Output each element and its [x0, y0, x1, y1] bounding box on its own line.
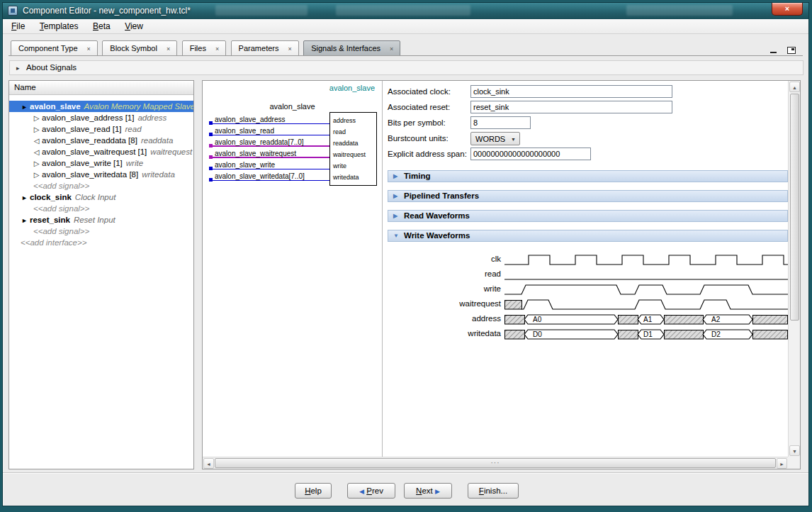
tab-close-icon[interactable]: × [390, 45, 393, 52]
tree-item-avalon-slave-address[interactable]: ▷avalon_slave_address [1]address [9, 112, 193, 123]
scroll-left-icon[interactable]: ◄ [203, 458, 214, 469]
associated-reset-input[interactable] [470, 101, 672, 113]
section-pipelined-transfers[interactable]: ▶ Pipelined Transfers [388, 190, 788, 202]
tree-item-avalon-slave-writedata[interactable]: ▷avalon_slave_writedata [8]writedata [9, 169, 193, 180]
tab-close-icon[interactable]: × [215, 45, 219, 52]
section-timing[interactable]: ▶ Timing [388, 170, 788, 182]
address-waveform: A0 A1 A2 [504, 312, 788, 327]
diagram-box-title: avalon_slave [203, 102, 382, 111]
tree-item-name: <<add signal>> [33, 182, 89, 190]
tree-item-avalon-slave[interactable]: ►avalon_slaveAvalon Memory Mapped Slave [9, 101, 193, 112]
waveform-signal-label: read [388, 269, 501, 278]
tree-item-name: avalon_slave [30, 102, 81, 111]
tab-files[interactable]: Files× [182, 40, 227, 56]
associated-reset-label: Associated reset: [388, 103, 450, 111]
read-waveform [504, 267, 788, 282]
tab-close-icon[interactable]: × [288, 45, 291, 52]
menu-item-templates[interactable]: Templates [34, 19, 84, 34]
grip-dots-icon: ··· [491, 459, 500, 467]
button-label: Help [305, 484, 322, 498]
scroll-up-icon[interactable]: ▲ [789, 82, 800, 92]
finish-button[interactable]: Finish... [468, 483, 519, 499]
bus-value-label: A0 [533, 316, 542, 323]
tree-item-role: write [126, 159, 143, 167]
signal-wire [212, 135, 329, 135]
tree-item-add-signal[interactable]: <<add signal>> [9, 226, 193, 237]
tab-parameters[interactable]: Parameters× [231, 40, 299, 56]
tree-item-add-interface[interactable]: <<add interface>> [9, 237, 193, 248]
write-waveform [504, 282, 788, 297]
menu-item-file[interactable]: File [6, 19, 30, 34]
prev-arrow-icon: ◀ [359, 488, 364, 495]
tree-item-avalon-slave-readdata[interactable]: ◁avalon_slave_readdata [8]readdata [9, 135, 193, 146]
horizontal-scrollbar[interactable]: ◄ ··· ► [203, 457, 788, 469]
bits-per-symbol-label: Bits per symbol: [388, 118, 446, 127]
pane-minimize-icon[interactable] [770, 46, 778, 54]
vertical-scrollbar[interactable]: ▲ ▼ [788, 81, 800, 457]
waveform-signal-label: address [388, 314, 501, 323]
tab-close-icon[interactable]: × [87, 45, 91, 52]
associated-clock-input[interactable] [470, 85, 672, 98]
waitrequest-waveform [504, 297, 788, 312]
tree-item-avalon-slave-read[interactable]: ▷avalon_slave_read [1]read [9, 123, 193, 135]
section-label: Write Waveforms [404, 231, 470, 240]
section-read-waveforms[interactable]: ▶ Read Waveforms [388, 210, 788, 222]
window-title: Component Editor - new_component_hw.tcl* [23, 3, 191, 19]
menu-item-beta[interactable]: Beta [87, 19, 116, 34]
tree-item-name: <<add signal>> [33, 227, 89, 235]
associated-clock-label: Associated clock: [388, 87, 451, 96]
section-label: Pipelined Transfers [404, 191, 479, 200]
tab-component-type[interactable]: Component Type× [11, 40, 98, 56]
diagram-signal-row[interactable]: avalon_slave_write [203, 160, 382, 172]
tree-item-role: Avalon Memory Mapped Slave [84, 102, 193, 111]
pane-float-icon[interactable] [787, 47, 796, 54]
explicit-address-span-input[interactable] [470, 148, 591, 160]
bits-per-symbol-input[interactable] [470, 116, 531, 129]
tree-item-avalon-slave-write[interactable]: ▷avalon_slave_write [1]write [9, 157, 193, 169]
scroll-down-icon[interactable]: ▼ [789, 445, 800, 456]
menu-bar: File Templates Beta View [3, 19, 808, 34]
tab-signals-interfaces[interactable]: Signals & Interfaces× [303, 40, 400, 56]
horizontal-scroll-thumb[interactable]: ··· [215, 458, 776, 468]
tree-item-reset-sink[interactable]: ►reset_sinkReset Input [9, 214, 193, 226]
menu-item-view[interactable]: View [119, 19, 149, 34]
interface-icon: ► [19, 101, 30, 112]
title-bar[interactable]: Component Editor - new_component_hw.tcl*… [3, 3, 808, 19]
tree-item-add-signal[interactable]: <<add signal>> [9, 180, 193, 191]
explicit-address-span-row: Explicit address span: [388, 148, 786, 161]
close-button[interactable]: × [772, 3, 803, 16]
signal-input-icon: ▷ [31, 158, 42, 169]
tree-item-role: address [137, 113, 167, 122]
waveform-row-write: write [382, 282, 788, 297]
burstcount-units-select[interactable]: WORDS ▼ [470, 132, 520, 145]
tab-bar: Component Type× Block Symbol× Files× Par… [11, 40, 402, 56]
help-button[interactable]: Help [295, 483, 332, 499]
aero-glass-artifact [336, 5, 470, 16]
about-signals-bar[interactable]: ▸ About Signals [9, 60, 803, 75]
tree-header-name[interactable]: Name [9, 81, 193, 95]
waveform-row-read: read [382, 267, 788, 282]
button-label: Next [416, 484, 433, 498]
clk-waveform [504, 252, 788, 267]
diagram-signal-row[interactable]: avalon_slave_read [203, 126, 382, 138]
bus-value-label: D1 [643, 330, 653, 338]
waveform-row-clk: clk [382, 252, 788, 267]
tree-item-avalon-slave-waitrequest[interactable]: ◁avalon_slave_waitrequest [1]waitrequest [9, 146, 193, 157]
tab-close-icon[interactable]: × [167, 45, 170, 52]
tab-block-symbol[interactable]: Block Symbol× [102, 40, 177, 56]
next-arrow-icon: ▶ [435, 488, 440, 495]
prev-button[interactable]: ◀ Prev [347, 483, 395, 499]
section-write-waveforms[interactable]: ▼ Write Waveforms [388, 230, 788, 242]
disclosure-arrow-icon: ▸ [16, 65, 20, 72]
vertical-scroll-thumb[interactable] [790, 94, 799, 321]
tree-item-clock-sink[interactable]: ►clock_sinkClock Input [9, 191, 193, 203]
editor-scroll-region: avalon_slave avalon_slave avalon_slave_a… [202, 80, 801, 469]
next-button[interactable]: Next ▶ [404, 483, 452, 499]
waveform-signal-label: write [388, 284, 501, 293]
tree-item-add-signal[interactable]: <<add signal>> [9, 203, 193, 214]
tab-label: Block Symbol [110, 44, 157, 52]
tree-item-name: clock_sink [30, 193, 72, 201]
button-label: Finish... [479, 484, 507, 498]
tree-item-name: avalon_slave_readdata [8] [42, 136, 137, 145]
scroll-right-icon[interactable]: ► [777, 458, 787, 469]
